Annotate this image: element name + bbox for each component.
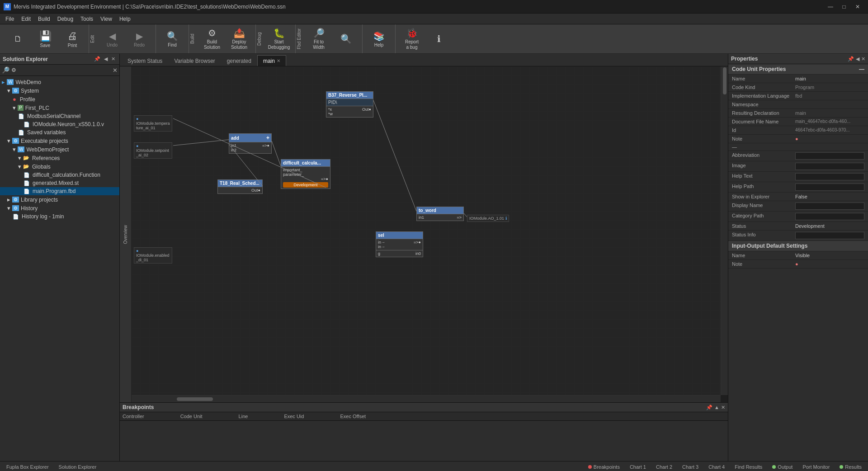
- fbd-block-sel[interactable]: sel in→ in→ =>● g in0: [376, 231, 423, 257]
- pp-input-abbreviation[interactable]: [795, 152, 864, 160]
- tab-system-status[interactable]: System Status: [122, 55, 168, 66]
- difficult-header: difficult_calcula...: [281, 159, 330, 167]
- bottom-tab-chart1[interactable]: Chart 1: [625, 463, 651, 471]
- tree-item-history[interactable]: ▾ ⚙ History: [0, 204, 119, 212]
- bp-close-button[interactable]: ✕: [721, 405, 725, 410]
- toolbar-group-file: 🗋 💾 Save 🖨 Print: [2, 24, 89, 53]
- save-button[interactable]: 💾 Save: [32, 26, 59, 52]
- menu-debug[interactable]: Debug: [54, 15, 77, 23]
- history-badge: ⚙: [12, 205, 19, 211]
- undo-button[interactable]: ◀ Undo: [99, 26, 126, 52]
- pp-input-display-name[interactable]: [795, 203, 864, 210]
- add-port-in1: in1: [231, 143, 236, 148]
- fit-to-width-button[interactable]: 🔎 Fit toWidth: [305, 26, 332, 52]
- tree-item-references[interactable]: ▾ 📂 References: [0, 154, 119, 162]
- maximize-button[interactable]: □: [837, 0, 851, 14]
- tree-item-library[interactable]: ▸ ⚙ Library projects: [0, 195, 119, 204]
- build-solution-button[interactable]: ⚙ BuildSolution: [198, 26, 226, 52]
- pp-input-help-text[interactable]: [795, 173, 864, 180]
- tree-item-first-plc[interactable]: ▾ P First_PLC: [0, 104, 119, 112]
- pp-input-image[interactable]: [795, 163, 864, 170]
- tree-item-webdemo-proj[interactable]: ▾ W WebDemoProject: [0, 145, 119, 154]
- bp-expand-button[interactable]: ▲: [714, 405, 719, 410]
- label-enabled: ● IOModule.enabled_di_01: [134, 247, 172, 264]
- tree-item-system[interactable]: ▾ ⚙ System: [0, 86, 119, 95]
- fbd-block-to-word[interactable]: to_word in1 =>: [416, 207, 464, 221]
- window-controls[interactable]: — □ ✕: [824, 0, 864, 14]
- menu-edit[interactable]: Edit: [18, 15, 34, 23]
- add-ports: in1 in2 =>●: [229, 142, 272, 154]
- sel-port-in0: in→: [378, 240, 385, 245]
- bottom-tab-fupla-box[interactable]: Fupla Box Explorer: [2, 463, 53, 471]
- find-button[interactable]: 🔍 Find: [159, 26, 186, 52]
- bottom-tab-results[interactable]: Results: [835, 463, 866, 471]
- menu-build[interactable]: Build: [34, 15, 54, 23]
- new-button[interactable]: 🗋: [5, 26, 32, 52]
- fbd-block-t18[interactable]: T18_Real_Sched... Out●: [217, 179, 263, 194]
- bottom-tab-find-results[interactable]: Find Results: [730, 463, 767, 471]
- deploy-solution-button[interactable]: 📤 DeploySolution: [226, 26, 253, 52]
- fbd-block-b37[interactable]: B37_Reverse_PI... PID\ *x *w Out●: [326, 91, 373, 118]
- sel-port-out: =>●: [414, 240, 421, 245]
- help-button[interactable]: 📚 Help: [365, 26, 392, 52]
- tab-main-close[interactable]: ✕: [277, 58, 280, 63]
- tree-item-saved-vars[interactable]: 📄 Saved variables: [0, 128, 119, 137]
- zoom-button[interactable]: 🔍: [332, 26, 359, 52]
- se-pin-button[interactable]: 📌: [93, 56, 102, 62]
- bottom-tab-chart4[interactable]: Chart 4: [704, 463, 729, 471]
- tree-item-profile[interactable]: ● Profile: [0, 95, 119, 104]
- pp-input-help-path[interactable]: [795, 184, 864, 191]
- pp-row-result-decl: Resulting Declaration main: [728, 109, 868, 118]
- pp-pin-button[interactable]: 📌: [848, 56, 854, 62]
- tree-item-globals[interactable]: ▾ 📂 Globals: [0, 162, 119, 171]
- pp-input-status-info[interactable]: [795, 232, 864, 239]
- tree-item-modbus[interactable]: 📄 ModbusSerialChannel: [0, 112, 119, 120]
- pp-label-io-name: Name: [732, 253, 795, 258]
- bottom-tab-chart2[interactable]: Chart 2: [651, 463, 677, 471]
- tab-generated[interactable]: generated: [221, 55, 257, 66]
- info-button[interactable]: ℹ: [425, 26, 453, 52]
- horizontal-scrollbar[interactable]: [132, 395, 721, 402]
- tree-item-generated[interactable]: 📄 generated.Mixed.st: [0, 179, 119, 187]
- tab-variable-browser[interactable]: Variable Browser: [168, 55, 221, 66]
- menu-view[interactable]: View: [97, 15, 116, 23]
- section-collapse-icon[interactable]: —: [859, 66, 864, 72]
- fbd-block-difficult[interactable]: difficult_calcula... important_ paramete…: [281, 159, 330, 189]
- tree-item-executable[interactable]: ▾ ⚙ Executable projects: [0, 137, 119, 145]
- fbd-canvas[interactable]: B37_Reverse_PI... PID\ *x *w Out●: [132, 66, 721, 395]
- fbd-block-add[interactable]: add + in1 in2 =>●: [229, 133, 272, 154]
- menu-help[interactable]: Help: [116, 15, 134, 23]
- vertical-scrollbar[interactable]: [721, 66, 728, 395]
- pp-row-io-name: Name Visible: [728, 251, 868, 260]
- toolbar-group-bug: 🐞 Reporta bug ℹ: [396, 24, 455, 53]
- menu-tools[interactable]: Tools: [77, 15, 97, 23]
- menu-file[interactable]: File: [2, 15, 18, 23]
- pp-expand-button[interactable]: ◀: [856, 56, 859, 62]
- h-scrollbar-thumb[interactable]: [177, 397, 213, 401]
- pp-input-category-path[interactable]: [795, 213, 864, 220]
- tree-item-main[interactable]: 📄 main.Program.fbd: [0, 187, 119, 195]
- bp-pin-button[interactable]: 📌: [706, 405, 712, 410]
- se-close-button[interactable]: ✕: [110, 56, 117, 62]
- bottom-tab-solution-explorer[interactable]: Solution Explorer: [54, 463, 101, 471]
- tree-item-webdemo[interactable]: ▸ W WebDemo: [0, 78, 119, 86]
- close-button[interactable]: ✕: [851, 0, 864, 14]
- v-scrollbar-thumb[interactable]: [723, 67, 726, 94]
- bottom-tab-breakpoints[interactable]: Breakpoints: [584, 463, 624, 471]
- pp-close-button[interactable]: ✕: [861, 56, 865, 62]
- minimize-button[interactable]: —: [824, 0, 837, 14]
- bottom-tab-output[interactable]: Output: [768, 463, 797, 471]
- se-auto-hide-button[interactable]: ◀: [103, 56, 109, 62]
- bottom-tab-chart3[interactable]: Chart 3: [678, 463, 703, 471]
- start-debugging-button[interactable]: 🐛 StartDebugging: [265, 26, 292, 52]
- redo-button[interactable]: ▶ Redo: [126, 26, 153, 52]
- print-button[interactable]: 🖨 Print: [59, 26, 86, 52]
- tab-main[interactable]: main ✕: [257, 55, 286, 66]
- se-close-x[interactable]: ✕: [113, 67, 118, 74]
- tree-item-history-log[interactable]: 📄 History log - 1min: [0, 212, 119, 221]
- tree-item-iomodule-neuron[interactable]: 📄 IOModule.Neuron_xS50.1.0.v: [0, 120, 119, 128]
- tree-item-difficult-calc[interactable]: 📄 difficult_calculation.Function: [0, 171, 119, 179]
- properties-controls: 📌 ◀ ✕: [848, 56, 865, 62]
- bottom-tab-port-monitor[interactable]: Port Monitor: [798, 463, 834, 471]
- report-bug-button[interactable]: 🐞 Reporta bug: [398, 26, 425, 52]
